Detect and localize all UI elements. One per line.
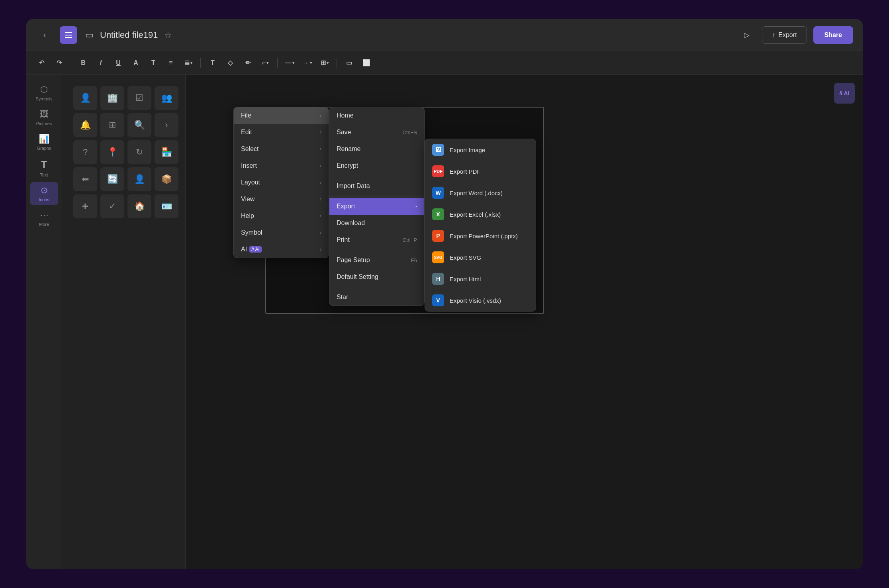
icon-cell-user-list[interactable]: 👥 bbox=[155, 86, 178, 110]
sidebar-item-pictures[interactable]: 🖼 Pictures bbox=[30, 106, 58, 129]
export-option-pdf[interactable]: PDF Export PDF bbox=[425, 161, 536, 182]
document-title: Untitled file191 bbox=[100, 30, 158, 40]
sidebar-item-symbols[interactable]: ⬡ Symbols bbox=[30, 81, 58, 104]
menu-item-edit[interactable]: Edit › bbox=[234, 124, 329, 141]
menu-arrow-select: › bbox=[320, 146, 321, 152]
export-button[interactable]: ↑ Export bbox=[762, 26, 807, 44]
connector-button[interactable]: ⌐▾ bbox=[258, 56, 272, 70]
menu-item-layout[interactable]: Layout › bbox=[234, 174, 329, 191]
menu-item-ai[interactable]: AI // AI › bbox=[234, 241, 329, 258]
table-style-button[interactable]: ⊞▾ bbox=[317, 56, 332, 70]
menu-arrow-symbol: › bbox=[320, 230, 321, 235]
text-format-button[interactable]: T bbox=[146, 56, 161, 70]
export-option-visio[interactable]: V Export Visio (.vsdx) bbox=[425, 290, 536, 311]
submenu-separator-2 bbox=[329, 196, 424, 196]
menu-item-insert[interactable]: Insert › bbox=[234, 157, 329, 174]
note-button[interactable]: ⬜ bbox=[359, 56, 374, 70]
menu-item-symbol-label: Symbol bbox=[241, 229, 262, 236]
submenu-item-import-data[interactable]: Import Data bbox=[329, 178, 424, 194]
sidebar-item-icons-label: Icons bbox=[39, 197, 49, 202]
export-word-icon: W bbox=[432, 187, 444, 199]
menu-item-view[interactable]: View › bbox=[234, 191, 329, 208]
export-option-ppt[interactable]: P Export PowerPoint (.pptx) bbox=[425, 225, 536, 247]
export-option-word[interactable]: W Export Word (.docx) bbox=[425, 182, 536, 204]
menu-item-file[interactable]: File › bbox=[234, 107, 329, 124]
submenu-page-setup-shortcut: F6 bbox=[411, 257, 417, 263]
menu-arrow-layout: › bbox=[320, 180, 321, 185]
icon-cell-package[interactable]: 📦 bbox=[155, 167, 178, 191]
menu-item-select[interactable]: Select › bbox=[234, 141, 329, 157]
export-pdf-icon: PDF bbox=[432, 165, 444, 177]
menu-item-layout-label: Layout bbox=[241, 179, 260, 186]
sidebar-item-graphs-label: Graphs bbox=[37, 146, 51, 151]
icon-cell-refresh[interactable]: ↻ bbox=[127, 140, 151, 164]
icon-cell-store[interactable]: 🏪 bbox=[155, 140, 178, 164]
redo-button[interactable]: ↷ bbox=[52, 56, 66, 70]
icon-cell-person-id[interactable]: 🪪 bbox=[155, 194, 178, 218]
hamburger-menu-button[interactable] bbox=[60, 26, 77, 44]
more-sidebar-icon: ⋯ bbox=[40, 210, 49, 220]
submenu-item-print[interactable]: Print Ctrl+P bbox=[329, 231, 424, 248]
icon-cell-cycle[interactable]: 🔄 bbox=[100, 167, 124, 191]
icon-cell-person[interactable]: 👤 bbox=[127, 167, 151, 191]
export-option-svg[interactable]: SVG Export SVG bbox=[425, 247, 536, 268]
submenu-item-home[interactable]: Home bbox=[329, 107, 424, 124]
icon-cell-checkbox[interactable]: ☑ bbox=[127, 86, 151, 110]
icon-cell-location[interactable]: 📍 bbox=[100, 140, 124, 164]
shape-button[interactable]: ◇ bbox=[223, 56, 237, 70]
sidebar-item-icons[interactable]: ⊙ Icons bbox=[30, 182, 58, 205]
share-button[interactable]: Share bbox=[813, 26, 853, 44]
menu-item-symbol[interactable]: Symbol › bbox=[234, 224, 329, 241]
icon-cell-grid[interactable]: ⊞ bbox=[100, 113, 124, 137]
icon-cell-bell[interactable]: 🔔 bbox=[73, 113, 97, 137]
undo-button[interactable]: ↶ bbox=[34, 56, 49, 70]
play-button[interactable]: ▷ bbox=[738, 26, 756, 44]
submenu-item-default-setting[interactable]: Default Setting bbox=[329, 269, 424, 285]
underline-button[interactable]: U bbox=[111, 56, 125, 70]
submenu-item-rename[interactable]: Rename bbox=[329, 141, 424, 157]
export-option-html[interactable]: H Export Html bbox=[425, 268, 536, 290]
icons-sidebar-icon: ⊙ bbox=[41, 185, 48, 196]
icon-cell-back[interactable]: ⬅ bbox=[73, 167, 97, 191]
icon-cell-add-user[interactable]: 👤 bbox=[73, 86, 97, 110]
icon-cell-building[interactable]: 🏢 bbox=[100, 86, 124, 110]
export-image-label: Export Image bbox=[450, 147, 485, 153]
icon-cell-home[interactable]: 🏠 bbox=[127, 194, 151, 218]
submenu-item-save[interactable]: Save Ctrl+S bbox=[329, 124, 424, 141]
font-button[interactable]: A bbox=[129, 56, 143, 70]
line-style-button[interactable]: —▾ bbox=[282, 56, 297, 70]
export-option-image[interactable]: 🖼 Export Image bbox=[425, 139, 536, 161]
app-window: ‹ ▭ Untitled file191 ☆ ▷ ↑ Export Share … bbox=[26, 19, 863, 569]
back-button[interactable]: ‹ bbox=[36, 26, 53, 44]
icon-cell-add[interactable]: + bbox=[73, 194, 97, 218]
icon-cell-arrow-right[interactable]: › bbox=[155, 113, 178, 137]
export-html-icon: H bbox=[432, 273, 444, 285]
submenu-item-page-setup[interactable]: Page Setup F6 bbox=[329, 252, 424, 269]
sidebar-item-graphs[interactable]: 📊 Graphs bbox=[30, 131, 58, 154]
text-tool-button[interactable]: T bbox=[206, 56, 220, 70]
submenu-item-encrypt[interactable]: Encrypt bbox=[329, 157, 424, 174]
export-option-excel[interactable]: X Export Excel (.xlsx) bbox=[425, 204, 536, 225]
icon-cell-check[interactable]: ✓ bbox=[100, 194, 124, 218]
file-submenu: Home Save Ctrl+S Rename Encrypt Import D… bbox=[329, 107, 425, 306]
italic-button[interactable]: I bbox=[94, 56, 108, 70]
align-lines-button[interactable]: ≣▾ bbox=[181, 56, 196, 70]
submenu-item-download[interactable]: Download bbox=[329, 215, 424, 231]
submenu-item-star[interactable]: Star bbox=[329, 289, 424, 306]
pencil-button[interactable]: ✏ bbox=[241, 56, 255, 70]
icon-cell-question[interactable]: ? bbox=[73, 140, 97, 164]
arrow-style-button[interactable]: →▾ bbox=[300, 56, 314, 70]
submenu-item-export[interactable]: Export › bbox=[329, 198, 424, 215]
sidebar-item-more[interactable]: ⋯ More bbox=[30, 207, 58, 230]
align-button[interactable]: ≡ bbox=[164, 56, 178, 70]
favorite-star-icon[interactable]: ☆ bbox=[164, 30, 172, 40]
menu-item-help[interactable]: Help › bbox=[234, 208, 329, 224]
submenu-save-label: Save bbox=[337, 129, 351, 136]
icon-cell-search[interactable]: 🔍 bbox=[127, 113, 151, 137]
bold-button[interactable]: B bbox=[76, 56, 90, 70]
icons-panel: 👤 🏢 ☑ 👥 🔔 ⊞ 🔍 › ? 📍 ↻ 🏪 ⬅ 🔄 👤 📦 bbox=[62, 75, 186, 569]
frame-button[interactable]: ▭ bbox=[342, 56, 356, 70]
symbols-icon: ⬡ bbox=[40, 84, 48, 95]
ai-menu-badge: // AI bbox=[249, 246, 262, 253]
sidebar-item-text[interactable]: T Text bbox=[30, 155, 58, 180]
